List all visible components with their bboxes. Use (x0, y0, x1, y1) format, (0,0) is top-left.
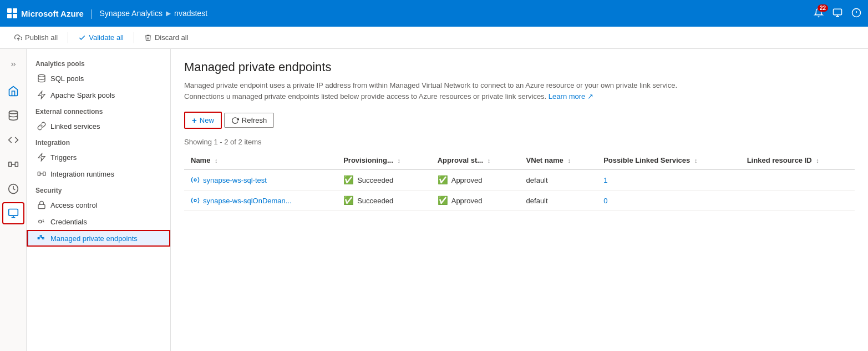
sort-icon-name: ↕ (215, 157, 218, 164)
refresh-icon (231, 117, 239, 124)
credentials-label: Credentials (50, 218, 87, 226)
managed-endpoints-icon (37, 234, 46, 243)
svg-point-19 (38, 74, 45, 77)
svg-rect-12 (8, 162, 11, 167)
table-row: synapse-ws-sql-test ✅ Succeeded ✅ Approv… (184, 169, 855, 190)
managed-endpoints-label: Managed private endpoints (50, 234, 138, 243)
sidebar-data-button[interactable] (2, 104, 24, 127)
expand-sidebar-button[interactable] (2, 53, 24, 76)
notifications-button[interactable]: 22 (814, 8, 824, 19)
breadcrumb: Synapse Analytics ▶ nvadstest (99, 9, 207, 18)
sidebar-home-button[interactable] (2, 80, 24, 102)
col-approval[interactable]: Approval st... ↕ (431, 152, 520, 169)
svg-rect-1 (13, 8, 17, 13)
name-link-1[interactable]: synapse-ws-sqlOnDeman... (191, 196, 330, 205)
discard-all-button[interactable]: Discard all (139, 31, 194, 44)
sidebar-integrate-button[interactable] (2, 153, 24, 176)
cell-linked-0: 1 (597, 169, 740, 190)
svg-marker-21 (38, 153, 45, 161)
linked-services-icon (37, 122, 46, 131)
sidebar-monitor-button[interactable] (2, 178, 24, 200)
external-link-icon: ↗ (587, 92, 593, 101)
cell-provisioning-1: ✅ Succeeded (337, 190, 431, 211)
col-provisioning[interactable]: Provisioning... ↕ (337, 152, 431, 169)
plus-icon: + (192, 116, 197, 125)
cell-provisioning-0: ✅ Succeeded (337, 169, 431, 190)
triggers-label: Triggers (50, 153, 77, 162)
analytics-section-label: Analytics pools (27, 56, 170, 70)
svg-rect-2 (7, 14, 12, 18)
nav-triggers[interactable]: Triggers (27, 149, 170, 166)
svg-point-11 (9, 111, 17, 114)
col-name[interactable]: Name ↕ (184, 152, 337, 169)
topbar-separator: | (90, 8, 93, 19)
nav-integration-runtimes[interactable]: Integration runtimes (27, 166, 170, 182)
nav-spark-pools[interactable]: Apache Spark pools (27, 87, 170, 103)
col-linked-services[interactable]: Possible Linked Services ↕ (597, 152, 740, 169)
nav-sidebar: Analytics pools SQL pools Apache Spark p… (27, 49, 171, 351)
approval-ok-icon-1: ✅ (438, 195, 448, 205)
approval-ok-icon-0: ✅ (438, 175, 448, 185)
integration-runtimes-label: Integration runtimes (50, 170, 114, 178)
learn-more-link[interactable]: Learn more ↗ (549, 92, 593, 101)
validate-all-button[interactable]: Validate all (73, 31, 129, 44)
sidebar-manage-button[interactable] (2, 202, 24, 224)
col-resource-id[interactable]: Linked resource ID ↕ (740, 152, 855, 169)
sort-icon-resource: ↕ (816, 157, 819, 164)
cell-name-0: synapse-ws-sql-test (184, 169, 337, 190)
breadcrumb-arrow: ▶ (166, 9, 171, 17)
secondary-bar: Publish all Validate all Discard all (0, 27, 868, 49)
cell-name-1: synapse-ws-sqlOnDeman... (184, 190, 337, 211)
page-title: Managed private endpoints (184, 60, 855, 74)
data-table: Name ↕ Provisioning... ↕ Approval st... … (184, 152, 855, 211)
app-name: Synapse Analytics (99, 9, 163, 18)
linked-count-link-1[interactable]: 0 (603, 197, 607, 205)
name-link-0[interactable]: synapse-ws-sql-test (191, 176, 330, 184)
content-area: Managed private endpoints Managed privat… (171, 49, 868, 351)
integration-section-label: Integration (27, 134, 170, 149)
nav-linked-services[interactable]: Linked services (27, 118, 170, 134)
sort-icon-approval: ↕ (488, 157, 491, 164)
toolbar: + New Refresh (184, 112, 855, 129)
refresh-button[interactable]: Refresh (224, 113, 275, 128)
main-layout: Analytics pools SQL pools Apache Spark p… (0, 49, 868, 351)
topbar-logo: Microsoft Azure (7, 8, 84, 19)
validate-all-label: Validate all (89, 33, 124, 42)
svg-rect-13 (15, 162, 18, 167)
publish-all-label: Publish all (25, 33, 58, 42)
svg-marker-20 (38, 91, 45, 98)
col-vnet[interactable]: VNet name ↕ (520, 152, 597, 169)
sql-pools-label: SQL pools (50, 74, 84, 83)
svg-rect-3 (13, 14, 17, 18)
refresh-label: Refresh (242, 116, 267, 124)
sort-icon-vnet: ↕ (567, 157, 571, 164)
nav-access-control[interactable]: Access control (27, 197, 170, 213)
external-section-label: External connections (27, 103, 170, 118)
settings-button[interactable] (833, 8, 842, 19)
azure-logo-text: Microsoft Azure (21, 9, 84, 18)
integration-runtimes-icon (37, 169, 46, 178)
publish-all-button[interactable]: Publish all (9, 31, 63, 44)
endpoint-icon-1 (191, 196, 200, 205)
cell-vnet-1: default (520, 190, 597, 211)
sidebar-develop-button[interactable] (2, 129, 24, 151)
topbar: Microsoft Azure | Synapse Analytics ▶ nv… (0, 0, 868, 27)
nav-credentials[interactable]: Credentials (27, 213, 170, 230)
new-button[interactable]: + New (184, 112, 222, 129)
sort-icon-linked: ↕ (694, 157, 698, 164)
alerts-button[interactable] (851, 8, 861, 19)
triggers-icon (37, 153, 46, 162)
nav-managed-endpoints[interactable]: Managed private endpoints (27, 230, 170, 247)
icon-sidebar (0, 49, 27, 351)
new-label: New (200, 116, 214, 124)
linked-count-link-0[interactable]: 1 (603, 176, 607, 184)
cell-linked-1: 0 (597, 190, 740, 211)
topbar-right: 22 (814, 8, 861, 19)
access-control-icon (37, 200, 46, 209)
table-row: synapse-ws-sqlOnDeman... ✅ Succeeded ✅ A… (184, 190, 855, 211)
sep2 (134, 32, 134, 43)
nav-sql-pools[interactable]: SQL pools (27, 70, 170, 87)
credentials-icon (37, 217, 46, 226)
svg-rect-22 (38, 172, 40, 176)
discard-all-label: Discard all (155, 33, 189, 42)
